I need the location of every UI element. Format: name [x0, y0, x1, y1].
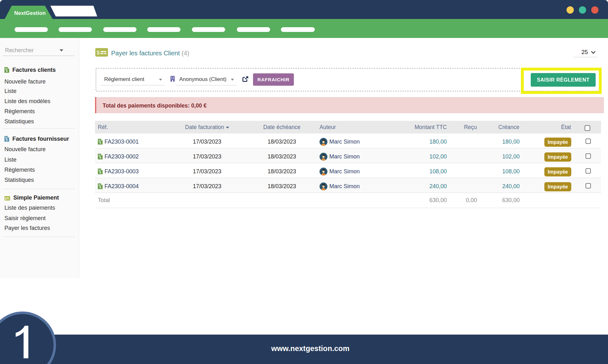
- svg-text:$: $: [5, 197, 7, 200]
- svg-text:$: $: [6, 138, 8, 141]
- svg-text:$: $: [97, 50, 100, 55]
- svg-text:$: $: [99, 156, 101, 159]
- svg-text:$: $: [6, 69, 8, 72]
- svg-text:$: $: [99, 141, 101, 144]
- svg-text:$: $: [99, 186, 101, 189]
- svg-text:$: $: [99, 171, 101, 174]
